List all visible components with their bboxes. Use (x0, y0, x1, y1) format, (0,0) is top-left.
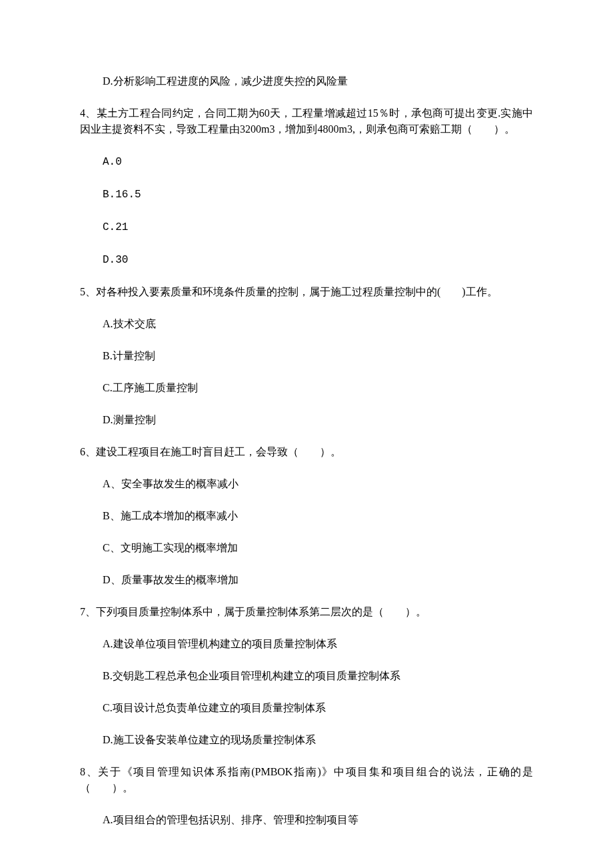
option-text: D.测量控制 (103, 414, 156, 425)
question-7-option-a: A.建设单位项目管理机构建立的项目质量控制体系 (80, 636, 533, 652)
question-5-option-c: C.工序施工质量控制 (80, 380, 533, 396)
question-7-option-d: D.施工设备安装单位建立的现场质量控制体系 (80, 732, 533, 748)
option-text: A.技术交底 (103, 318, 156, 329)
option-text: D.分析影响工程进度的风险，减少进度失控的风险量 (103, 75, 348, 87)
question-6-stem: 6、建设工程项目在施工时盲目赶工，会导致（ ）。 (80, 444, 533, 460)
option-text: A.0 (103, 156, 122, 168)
option-text: C.21 (103, 221, 128, 233)
question-text: 5、对各种投入要素质量和环境条件质量的控制，属于施工过程质量控制中的( )工作。 (80, 286, 498, 297)
option-text: B、施工成本增加的概率减小 (103, 510, 238, 521)
question-text: 4、某土方工程合同约定，合同工期为60天，工程量增减超过15％时，承包商可提出变… (80, 107, 533, 135)
question-6-option-d: D、质量事故发生的概率增加 (80, 572, 533, 588)
question-6-option-a: A、安全事故发生的概率减小 (80, 476, 533, 492)
question-5-option-b: B.计量控制 (80, 348, 533, 364)
question-8-option-a: A.项目组合的管理包括识别、排序、管理和控制项目等 (80, 812, 533, 828)
option-text: B.16.5 (103, 189, 141, 201)
option-text: C.工序施工质量控制 (103, 382, 198, 393)
option-text: B.交钥匙工程总承包企业项目管理机构建立的项目质量控制体系 (103, 670, 400, 681)
option-text: A、安全事故发生的概率减小 (103, 478, 239, 489)
option-text: D.施工设备安装单位建立的现场质量控制体系 (103, 734, 316, 745)
question-4-option-a: A.0 (80, 153, 533, 170)
question-4-option-c: C.21 (80, 219, 533, 235)
question-text: 6、建设工程项目在施工时盲目赶工，会导致（ ）。 (80, 446, 341, 457)
question-5-option-a: A.技术交底 (80, 316, 533, 332)
question-5-option-d: D.测量控制 (80, 412, 533, 428)
question-7-stem: 7、下列项目质量控制体系中，属于质量控制体系第二层次的是（ ）。 (80, 604, 533, 620)
option-text: D、质量事故发生的概率增加 (103, 574, 239, 585)
question-4-option-b: B.16.5 (80, 186, 533, 203)
option-text: B.计量控制 (103, 350, 155, 361)
option-text: C.项目设计总负责单位建立的项目质量控制体系 (103, 702, 326, 713)
question-8-stem: 8、关于《项目管理知识体系指南(PMBOK指南)》中项目集和项目组合的说法，正确… (80, 764, 533, 796)
question-6-option-b: B、施工成本增加的概率减小 (80, 508, 533, 524)
question-5-stem: 5、对各种投入要素质量和环境条件质量的控制，属于施工过程质量控制中的( )工作。 (80, 284, 533, 300)
option-text: A.项目组合的管理包括识别、排序、管理和控制项目等 (103, 814, 358, 825)
question-4-option-d: D.30 (80, 251, 533, 268)
prev-question-option-d: D.分析影响工程进度的风险，减少进度失控的风险量 (80, 73, 533, 89)
question-text: 8、关于《项目管理知识体系指南(PMBOK指南)》中项目集和项目组合的说法，正确… (80, 766, 533, 793)
question-text: 7、下列项目质量控制体系中，属于质量控制体系第二层次的是（ ）。 (80, 606, 426, 617)
question-7-option-c: C.项目设计总负责单位建立的项目质量控制体系 (80, 700, 533, 716)
option-text: D.30 (103, 254, 128, 266)
question-4-stem: 4、某土方工程合同约定，合同工期为60天，工程量增减超过15％时，承包商可提出变… (80, 105, 533, 137)
question-7-option-b: B.交钥匙工程总承包企业项目管理机构建立的项目质量控制体系 (80, 668, 533, 684)
option-text: A.建设单位项目管理机构建立的项目质量控制体系 (103, 638, 337, 649)
option-text: C、文明施工实现的概率增加 (103, 542, 238, 553)
question-6-option-c: C、文明施工实现的概率增加 (80, 540, 533, 556)
